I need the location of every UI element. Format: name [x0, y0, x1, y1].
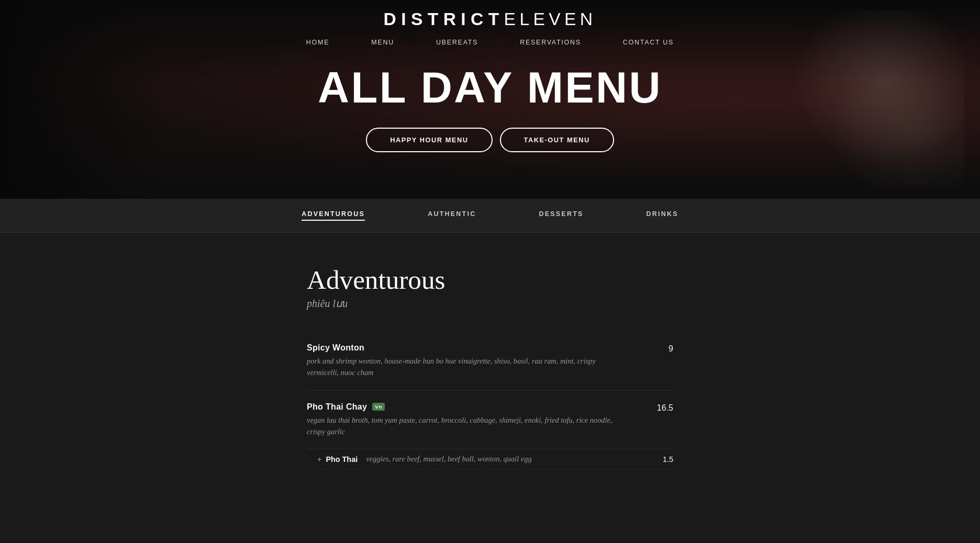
nav-ubereats[interactable]: UBEREATS — [436, 39, 478, 46]
hero-left-overlay — [0, 0, 168, 199]
menu-inner: Adventurous phiêu lưu Spicy Wonton pork … — [286, 264, 694, 469]
menu-item-price: 9 — [648, 343, 673, 354]
menu-item: Spicy Wonton pork and shrimp wonton, hou… — [307, 332, 673, 391]
tab-desserts[interactable]: DESSERTS — [539, 210, 583, 221]
section-subtitle: phiêu lưu — [307, 297, 673, 310]
menu-item-name: Spicy Wonton — [307, 343, 364, 353]
main-navigation: HOME MENU UBEREATS RESERVATIONS CONTACT … — [0, 39, 980, 46]
section-title: Adventurous — [307, 264, 673, 295]
nav-menu[interactable]: MENU — [371, 39, 394, 46]
addon-name: Pho Thai — [326, 455, 358, 463]
menu-item-left: Pho Thai Chay Vn vegan lau thai broth, t… — [307, 402, 648, 438]
menu-item-left: Spicy Wonton pork and shrimp wonton, hou… — [307, 343, 648, 379]
menu-item-name-row: Spicy Wonton — [307, 343, 627, 353]
nav-reservations[interactable]: RESERVATIONS — [520, 39, 581, 46]
menu-addon-row: + Pho Thai veggies, rare beef, mussel, b… — [307, 449, 673, 469]
tab-drinks[interactable]: DRINKS — [647, 210, 678, 221]
top-nav: DISTRICTELEVEN — [0, 0, 980, 29]
hero-right-overlay — [765, 10, 964, 188]
brand-logo[interactable]: DISTRICTELEVEN — [384, 9, 597, 29]
tab-adventurous[interactable]: ADVENTUROUS — [302, 210, 365, 221]
takeout-menu-button[interactable]: TAKE-OUT MENU — [500, 128, 614, 152]
hero-title: ALL DAY MENU — [318, 63, 662, 113]
tab-authentic[interactable]: AUTHENTIC — [428, 210, 476, 221]
menu-item-price: 16.5 — [648, 402, 673, 413]
addon-left: + Pho Thai veggies, rare beef, mussel, b… — [317, 455, 532, 463]
addon-description: veggies, rare beef, mussel, beef ball, w… — [366, 455, 531, 463]
menu-content: Adventurous phiêu lưu Spicy Wonton pork … — [0, 233, 980, 526]
menu-item-description: pork and shrimp wonton, house-made bun b… — [307, 355, 627, 379]
hero-buttons: HAPPY HOUR MENU TAKE-OUT MENU — [366, 128, 614, 152]
hero-section: DISTRICTELEVEN HOME MENU UBEREATS RESERV… — [0, 0, 980, 199]
happy-hour-button[interactable]: HAPPY HOUR MENU — [366, 128, 492, 152]
menu-item-name: Pho Thai Chay — [307, 402, 367, 412]
menu-item-description: vegan lau thai broth, tom yum paste, car… — [307, 414, 627, 438]
menu-item-name-row: Pho Thai Chay Vn — [307, 402, 627, 412]
addon-plus-icon: + — [317, 455, 321, 463]
vn-badge: Vn — [372, 403, 385, 411]
menu-item: Pho Thai Chay Vn vegan lau thai broth, t… — [307, 391, 673, 450]
addon-price: 1.5 — [648, 455, 673, 463]
nav-home[interactable]: HOME — [306, 39, 329, 46]
nav-contact[interactable]: CONTACT US — [623, 39, 674, 46]
menu-category-tabs: ADVENTUROUS AUTHENTIC DESSERTS DRINKS — [0, 199, 980, 233]
